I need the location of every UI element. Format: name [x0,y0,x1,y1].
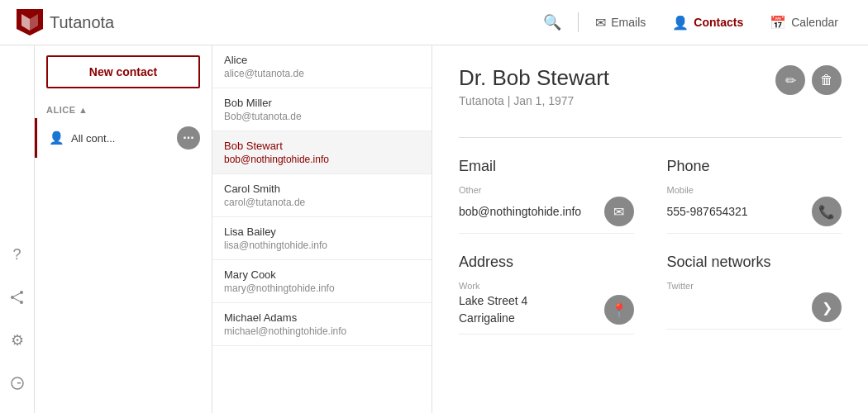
svg-line-7 [13,298,20,301]
email-action-icon[interactable]: ✉ [604,197,634,226]
calendar-icon: 📅 [770,15,786,31]
logo: Tutanota [17,9,114,36]
settings-icon[interactable]: ⚙ [4,327,31,354]
help-icon[interactable]: ? [4,241,31,268]
logo-icon [17,9,43,36]
contact-subtitle: Tutanota | Jan 1, 1977 [459,94,609,107]
main-area: ? ⚙ New contact ALICE ▲ 👤 All cont... ··… [0,45,868,413]
contact-entry-michael-adams[interactable]: Michael Adams michael@nothingtohide.info [212,303,432,346]
contact-entry-carol-smith[interactable]: Carol Smith carol@tutanota.de [212,174,432,217]
contact-list-column: New contact ALICE ▲ 👤 All cont... ··· [35,45,212,413]
contact-entry-bob-stewart[interactable]: Bob Stewart bob@nothingtohide.info [212,131,432,174]
detail-header: Dr. Bob Stewart Tutanota | Jan 1, 1977 ✏… [459,65,842,138]
calendar-label: Calendar [791,16,838,29]
phone-field-label: Mobile [667,185,842,195]
contact-entry-bob-miller[interactable]: Bob Miller Bob@tutanota.de [212,88,432,131]
sidebar-icons: ? ⚙ [4,241,31,396]
email-value: bob@nothingtohide.info [459,205,596,218]
contact-name-alice: Alice [224,54,420,66]
emails-label: Emails [611,16,646,29]
group-more-button[interactable]: ··· [177,126,200,150]
contact-name-mary-cook: Mary Cook [224,268,420,281]
group-header: ALICE ▲ [35,98,212,118]
contact-name-carol-smith: Carol Smith [224,183,420,195]
detail-header-text: Dr. Bob Stewart Tutanota | Jan 1, 1977 [459,65,609,124]
contact-email-mary-cook: mary@nothingtohide.info [224,282,420,294]
email-field-label: Other [459,185,634,195]
contact-email-alice: alice@tutanota.de [224,68,420,79]
address-section: Address Work Lake Street 4 Carrigaline 📍 [459,254,634,335]
phone-section: Phone Mobile 555-987654321 📞 [667,158,842,234]
twitter-chevron-button[interactable]: ❯ [812,292,842,322]
phone-action-icon[interactable]: 📞 [812,197,842,226]
share-icon[interactable] [4,284,31,311]
address-field-label: Work [459,281,634,291]
social-section-title: Social networks [667,254,842,271]
contact-name-michael-adams: Michael Adams [224,311,420,324]
contact-name-lisa-bailey: Lisa Bailey [224,225,420,238]
contact-entries-list: Alice alice@tutanota.de Bob Miller Bob@t… [212,45,432,413]
logo-text: Tutanota [50,13,114,32]
address-value: Lake Street 4 Carrigaline [459,292,596,327]
phone-section-title: Phone [667,158,842,175]
contacts-label: Contacts [694,16,743,29]
delete-button[interactable]: 🗑 [812,65,842,95]
contacts-icon: 👤 [672,15,689,31]
address-section-title: Address [459,254,634,271]
contact-entry-mary-cook[interactable]: Mary Cook mary@nothingtohide.info [212,260,432,303]
detail-action-buttons: ✏ 🗑 [775,65,842,95]
contact-email-bob-miller: Bob@tutanota.de [224,111,420,122]
address-line2: Carrigaline [459,310,596,327]
contact-name-bob-stewart: Bob Stewart [224,140,420,152]
all-contacts-group[interactable]: 👤 All cont... ··· [35,118,212,158]
contact-name-bob-miller: Bob Miller [224,97,420,109]
contact-email-michael-adams: michael@nothingtohide.info [224,325,420,337]
email-section: Email Other bob@nothingtohide.info ✉ [459,158,634,234]
email-field-row: bob@nothingtohide.info ✉ [459,197,634,234]
svg-line-6 [13,293,20,297]
address-action-icon[interactable]: 📍 [604,295,634,325]
nav-divider [578,12,579,32]
sidebar: ? ⚙ [0,45,35,413]
contact-entry-lisa-bailey[interactable]: Lisa Bailey lisa@nothingtohide.info [212,217,432,260]
search-icon[interactable]: 🔍 [530,13,575,31]
social-field-label: Twitter [667,281,842,291]
new-contact-button[interactable]: New contact [46,55,200,88]
social-section: Social networks Twitter ❯ [667,254,842,335]
contact-email-lisa-bailey: lisa@nothingtohide.info [224,240,420,251]
address-line1: Lake Street 4 [459,292,596,310]
phone-field-row: 555-987654321 📞 [667,197,842,234]
contact-name: Dr. Bob Stewart [459,65,609,91]
emails-icon: ✉ [595,15,606,31]
group-person-icon: 👤 [49,131,64,145]
nav-calendar[interactable]: 📅 Calendar [756,15,851,31]
header: Tutanota 🔍 ✉ Emails 👤 Contacts 📅 Calenda… [0,0,868,45]
detail-grid: Email Other bob@nothingtohide.info ✉ Pho… [459,158,842,335]
email-section-title: Email [459,158,634,175]
phone-value: 555-987654321 [667,205,804,218]
contacts-entries-column: Alice alice@tutanota.de Bob Miller Bob@t… [212,45,432,413]
contact-entry-alice[interactable]: Alice alice@tutanota.de [212,45,432,88]
header-nav: 🔍 ✉ Emails 👤 Contacts 📅 Calendar [530,12,851,32]
contact-email-carol-smith: carol@tutanota.de [224,197,420,208]
contact-email-bob-stewart: bob@nothingtohide.info [224,154,420,165]
group-header-label: ALICE ▲ [46,105,88,115]
nav-contacts[interactable]: 👤 Contacts [659,15,756,31]
twitter-row: ❯ [667,292,842,330]
address-field-row: Lake Street 4 Carrigaline 📍 [459,292,634,335]
logout-icon[interactable] [4,370,31,396]
group-label: All cont... [71,132,177,145]
detail-panel: Dr. Bob Stewart Tutanota | Jan 1, 1977 ✏… [432,45,868,413]
nav-emails[interactable]: ✉ Emails [582,15,659,31]
edit-button[interactable]: ✏ [775,65,805,95]
